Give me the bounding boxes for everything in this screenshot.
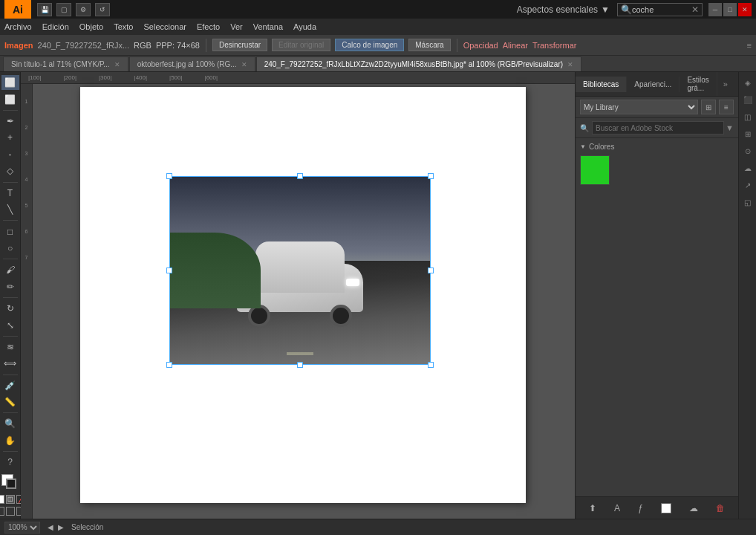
panel-icon-3[interactable]: ◫: [740, 109, 755, 124]
rotate-tool[interactable]: ↻: [1, 301, 19, 316]
search-box[interactable]: 🔍 ✕: [617, 3, 703, 16]
title-icon-1[interactable]: 💾: [37, 3, 52, 16]
opacidad-link[interactable]: Opacidad: [463, 41, 498, 50]
behind-mode-btn[interactable]: [6, 507, 15, 516]
question-tool[interactable]: ?: [1, 455, 19, 470]
grid-view-button[interactable]: ⊞: [701, 100, 716, 114]
menu-ayuda[interactable]: Ayuda: [293, 22, 316, 31]
search-clear-icon[interactable]: ✕: [691, 4, 699, 15]
tab-3[interactable]: 240_F_79227252_fRJxLbLtXZzw2D2tyyuMI4i58…: [256, 56, 581, 71]
tab-1-close[interactable]: ✕: [114, 61, 120, 68]
panel-icon-2[interactable]: ⬛: [740, 92, 755, 107]
type-tool[interactable]: T: [1, 186, 19, 201]
transformar-link[interactable]: Transformar: [532, 41, 577, 50]
handle-tl[interactable]: [166, 173, 172, 179]
panel-tabs-more[interactable]: »: [717, 77, 734, 91]
tab-estilos[interactable]: Estilos grá...: [680, 72, 717, 96]
select-tool[interactable]: ⬜: [1, 75, 19, 90]
pen-tool[interactable]: ✒: [1, 114, 19, 129]
close-button[interactable]: ✕: [738, 3, 752, 16]
handle-ml[interactable]: [166, 268, 172, 273]
hand-tool[interactable]: ✋: [1, 433, 19, 448]
minimize-button[interactable]: ─: [708, 3, 722, 16]
menu-edicion[interactable]: Edición: [42, 22, 69, 31]
handle-mr[interactable]: [428, 268, 434, 273]
pencil-tool[interactable]: ✏: [1, 279, 19, 294]
gradient-btn[interactable]: ◫: [6, 495, 15, 504]
anchor-point-tool[interactable]: ◇: [1, 163, 19, 178]
tab-2-close[interactable]: ✕: [241, 61, 247, 68]
menu-seleccionar[interactable]: Seleccionar: [143, 22, 186, 31]
menu-texto[interactable]: Texto: [114, 22, 133, 31]
alinear-link[interactable]: Alinear: [503, 41, 528, 50]
handle-bl[interactable]: [166, 362, 172, 368]
panel-icon-6[interactable]: ☁: [740, 160, 755, 175]
menu-archivo[interactable]: Archivo: [4, 22, 32, 31]
add-to-library-icon[interactable]: ⬆: [589, 503, 596, 513]
libraries-bottom-bar: ⬆ A ƒ ☁ 🗑: [576, 496, 738, 519]
tab-apariencia[interactable]: Aparienci...: [627, 77, 680, 92]
mascara-button[interactable]: Máscara: [408, 39, 450, 51]
menu-ver[interactable]: Ver: [230, 22, 243, 31]
image-container[interactable]: [169, 176, 431, 365]
library-text-icon[interactable]: A: [614, 503, 620, 513]
tab-2[interactable]: oktoberfest.jpg al 100% (RG... ✕: [129, 56, 255, 71]
nav-next-button[interactable]: ▶: [56, 523, 65, 531]
handle-bc[interactable]: [297, 362, 303, 368]
panel-icon-8[interactable]: ◱: [740, 195, 755, 210]
panel-icon-1[interactable]: ◈: [740, 75, 755, 90]
scale-tool[interactable]: ⤡: [1, 317, 19, 332]
desincrustar-button[interactable]: Desincrustar: [212, 39, 267, 51]
title-icon-4[interactable]: ↺: [95, 3, 110, 16]
props-options[interactable]: ≡: [747, 41, 752, 50]
tab-1-label: Sin título-1 al 71% (CMYK/P...: [11, 60, 110, 68]
zoom-tool[interactable]: 🔍: [1, 416, 19, 431]
tab-3-close[interactable]: ✕: [567, 61, 573, 68]
ai-logo: Ai: [4, 0, 31, 19]
measure-tool[interactable]: 📏: [1, 395, 19, 409]
library-search-input[interactable]: [592, 121, 724, 134]
handle-br[interactable]: [428, 362, 434, 368]
nav-prev-button[interactable]: ◀: [46, 523, 55, 531]
maximize-button[interactable]: □: [723, 3, 737, 16]
title-icon-2[interactable]: ▢: [56, 3, 71, 16]
editar-original-button[interactable]: Editar original: [272, 39, 330, 51]
ellipse-tool[interactable]: ○: [1, 241, 19, 256]
canvas-area: |100| |200| |300| |400| |500| |600| 1234…: [21, 72, 575, 519]
fill-mode-btn[interactable]: [0, 495, 4, 504]
direct-select-tool[interactable]: ⬜: [1, 91, 19, 106]
list-view-button[interactable]: ≡: [719, 100, 734, 114]
remove-anchor-tool[interactable]: -: [1, 147, 19, 162]
line-tool[interactable]: ╲: [1, 202, 19, 217]
panel-icon-5[interactable]: ⊙: [740, 143, 755, 158]
paintbrush-tool[interactable]: 🖌: [1, 262, 19, 277]
menu-objeto[interactable]: Objeto: [79, 22, 103, 31]
library-brush-icon[interactable]: ƒ: [638, 503, 643, 513]
menu-efecto[interactable]: Efecto: [197, 22, 220, 31]
library-search-arrow[interactable]: ▼: [726, 123, 734, 132]
warp-tool[interactable]: ≋: [1, 340, 19, 354]
library-delete-icon[interactable]: 🗑: [716, 503, 725, 513]
library-color-icon[interactable]: [661, 503, 671, 513]
normal-mode-btn[interactable]: [0, 507, 4, 516]
menu-ventana[interactable]: Ventana: [253, 22, 283, 31]
stroke-swatch[interactable]: [6, 479, 16, 489]
tab-1[interactable]: Sin título-1 al 71% (CMYK/P... ✕: [3, 56, 128, 71]
green-color-swatch[interactable]: [580, 155, 610, 185]
zoom-selector[interactable]: 100%: [4, 522, 40, 534]
library-selector[interactable]: My Library: [580, 100, 698, 114]
add-anchor-tool[interactable]: +: [1, 130, 19, 145]
colors-arrow[interactable]: ▼: [580, 143, 586, 150]
panel-icon-7[interactable]: ↗: [740, 178, 755, 192]
handle-tr[interactable]: [428, 173, 434, 179]
rect-tool[interactable]: □: [1, 224, 19, 239]
title-icon-3[interactable]: ⚙: [76, 3, 91, 16]
width-tool[interactable]: ⟺: [1, 356, 19, 371]
handle-tc[interactable]: [297, 173, 303, 179]
panel-icon-4[interactable]: ⊞: [740, 126, 755, 141]
calco-button[interactable]: Calco de imagen: [335, 39, 404, 51]
tab-bibliotecas[interactable]: Bibliotecas: [576, 77, 627, 92]
eyedropper-tool[interactable]: 💉: [1, 377, 19, 392]
search-input[interactable]: [632, 5, 691, 14]
library-link-icon[interactable]: ☁: [689, 503, 698, 513]
